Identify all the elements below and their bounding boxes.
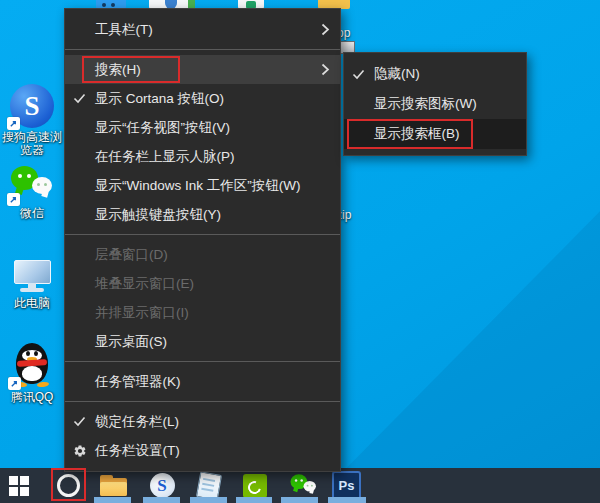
- menu-item-label: 任务栏设置(T): [95, 442, 180, 460]
- desktop-icon-tencent-qq[interactable]: 腾讯QQ: [0, 342, 64, 404]
- menu-item-label: 显示“Windows Ink 工作区”按钮(W): [95, 177, 301, 195]
- check-icon: [73, 84, 91, 113]
- menu-item-label: 显示触摸键盘按钮(Y): [95, 206, 221, 224]
- menu-item-label: 工具栏(T): [95, 21, 153, 39]
- menu-item-show-task-view-button[interactable]: 显示“任务视图”按钮(V): [65, 113, 340, 142]
- menu-separator: [65, 361, 340, 362]
- chevron-right-icon: [321, 55, 330, 84]
- submenu-item-hidden[interactable]: 隐藏(N): [344, 59, 526, 89]
- nvidia-icon: [243, 474, 267, 498]
- this-pc-icon: [10, 260, 54, 296]
- shortcut-arrow-icon: [8, 377, 21, 390]
- running-indicator: [281, 497, 318, 503]
- shortcut-arrow-icon: [7, 193, 20, 206]
- desktop-icon-label: 腾讯QQ: [0, 391, 64, 404]
- menu-item-label: 层叠窗口(D): [95, 246, 168, 264]
- notepad-icon: [196, 471, 222, 500]
- menu-check-slot: [73, 113, 91, 142]
- menu-item-lock-taskbar[interactable]: 锁定任务栏(L): [65, 407, 340, 436]
- menu-check-slot: [73, 15, 91, 44]
- chevron-right-icon: [321, 15, 330, 44]
- running-indicator: [94, 497, 131, 503]
- menu-check-slot: [73, 171, 91, 200]
- menu-item-task-manager[interactable]: 任务管理器(K): [65, 367, 340, 396]
- menu-item-toolbars[interactable]: 工具栏(T): [65, 15, 340, 44]
- menu-item-stack-windows: 堆叠显示窗口(E): [65, 269, 340, 298]
- menu-item-show-desktop[interactable]: 显示桌面(S): [65, 327, 340, 356]
- menu-item-label: 并排显示窗口(I): [95, 304, 189, 322]
- wechat-icon: [290, 474, 309, 498]
- desktop-icon-wechat[interactable]: 微信: [0, 166, 64, 220]
- menu-item-label: 显示“任务视图”按钮(V): [95, 119, 230, 137]
- menu-item-show-cortana-button[interactable]: 显示 Cortana 按钮(O): [65, 84, 340, 113]
- menu-item-label: 隐藏(N): [374, 65, 420, 83]
- shortcut-arrow-icon: [7, 117, 20, 130]
- menu-item-show-windows-ink[interactable]: 显示“Windows Ink 工作区”按钮(W): [65, 171, 340, 200]
- menu-item-side-by-side-windows: 并排显示窗口(I): [65, 298, 340, 327]
- sogou-browser-icon: S: [150, 473, 175, 498]
- menu-check-slot: [73, 200, 91, 229]
- folder-icon: [100, 475, 127, 496]
- running-indicator: [190, 497, 227, 503]
- menu-item-label: 显示搜索图标(W): [374, 95, 477, 113]
- windows-logo-icon: [9, 476, 29, 496]
- desktop-icon-sogou-browser[interactable]: S 搜狗高速浏览器: [0, 84, 64, 157]
- menu-item-label: 显示 Cortana 按钮(O): [95, 90, 224, 108]
- highlight-box-search-item: [82, 56, 180, 83]
- menu-check-slot: [73, 269, 91, 298]
- menu-item-taskbar-settings[interactable]: 任务栏设置(T): [65, 436, 340, 465]
- photoshop-icon: Ps: [332, 471, 361, 500]
- menu-check-slot: [73, 298, 91, 327]
- menu-check-slot: [73, 367, 91, 396]
- menu-separator: [65, 49, 340, 50]
- desktop-icon-label: 此电脑: [0, 297, 64, 310]
- running-indicator: [328, 497, 366, 503]
- highlight-box-show-search-box-item: [347, 119, 473, 149]
- menu-item-label: 在任务栏上显示人脉(P): [95, 148, 235, 166]
- highlight-box-cortana-button: [51, 468, 86, 501]
- menu-item-label: 显示桌面(S): [95, 333, 167, 351]
- start-button[interactable]: [6, 468, 32, 503]
- menu-separator: [65, 401, 340, 402]
- desktop-icon-this-pc[interactable]: 此电脑: [0, 260, 64, 310]
- menu-item-label: 锁定任务栏(L): [95, 413, 179, 431]
- running-indicator: [236, 497, 272, 503]
- desktop-icon-label: 搜狗高速浏览器: [0, 131, 64, 157]
- menu-item-show-people[interactable]: 在任务栏上显示人脉(P): [65, 142, 340, 171]
- menu-item-label: 任务管理器(K): [95, 373, 181, 391]
- menu-check-slot: [73, 142, 91, 171]
- check-icon: [352, 59, 370, 89]
- menu-separator: [65, 234, 340, 235]
- menu-item-label: 堆叠显示窗口(E): [95, 275, 194, 293]
- submenu-item-show-search-icon[interactable]: 显示搜索图标(W): [344, 89, 526, 119]
- gear-icon: [73, 436, 91, 465]
- desktop-icon-label: 微信: [0, 207, 64, 220]
- running-indicator: [143, 497, 180, 503]
- check-icon: [73, 407, 91, 436]
- menu-check-slot: [352, 89, 370, 119]
- menu-item-show-touch-keyboard[interactable]: 显示触摸键盘按钮(Y): [65, 200, 340, 229]
- menu-item-cascade-windows: 层叠窗口(D): [65, 240, 340, 269]
- menu-check-slot: [73, 327, 91, 356]
- menu-check-slot: [73, 240, 91, 269]
